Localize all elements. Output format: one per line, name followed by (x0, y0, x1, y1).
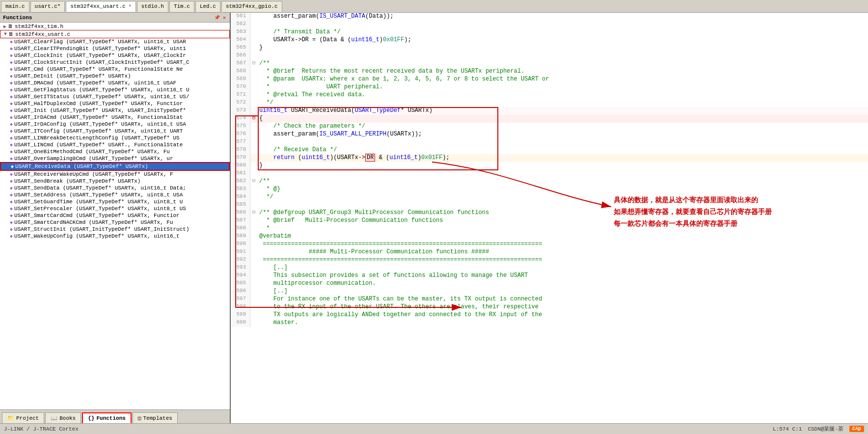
tab-templates[interactable]: ◫ Templates (133, 412, 178, 423)
list-item[interactable]: ◆USART_SmartCardCmd (USART_TypeDef* USAR… (0, 212, 230, 219)
diamond-icon: ◆ (10, 233, 13, 239)
pin-button[interactable]: 📌 (213, 15, 221, 21)
tree-item-tim-h[interactable]: ▶ 🗎 stm32f4xx_tim.h (0, 23, 230, 30)
line-content: * @} (257, 186, 280, 193)
line-content: /* Transmit Data */ (257, 28, 341, 36)
list-item[interactable]: ◆USART_StructInit (USART_InitTypeDef* US… (0, 226, 230, 233)
line-content: [..] (257, 264, 288, 272)
tab-gpio-c[interactable]: stm32f4xx_gpio.c (221, 1, 282, 12)
list-item[interactable]: ◆USART_SetGuardTime (USART_TypeDef* USAR… (0, 198, 230, 205)
tree-item-usart-c[interactable]: ▼ 🗎 stm32f4xx_usart.c (0, 30, 230, 38)
collapse-icon (250, 68, 257, 76)
line-content: * @retval The received data. (257, 91, 365, 99)
line-number: 564 (231, 36, 250, 44)
item-label: USART_DMACmd (USART_TypeDef* USARTx, uin… (14, 80, 176, 86)
list-item[interactable]: ◆USART_DMACmd (USART_TypeDef* USARTx, ui… (0, 80, 230, 86)
list-item[interactable]: ◆USART_OverSampling8Cmd (USART_TypeDef* … (0, 155, 230, 162)
list-item[interactable]: ◆USART_SmartCardNACKCmd (USART_TypeDef* … (0, 219, 230, 226)
item-label: USART_ClearFlag (USART_TypeDef* USARTx, … (14, 39, 186, 45)
tab-close-icon[interactable]: × (129, 3, 132, 9)
item-label: USART_LINCmd (USART_TypeDef* USART., Fun… (14, 142, 183, 148)
code-line-575: 575 /* Check the parameters */ (231, 123, 868, 131)
list-item[interactable]: ◆USART_DeInit (USART_TypeDef* USARTx) (0, 73, 230, 80)
list-item[interactable]: ◆USART_SendData (USART_TypeDef* USARTx, … (0, 185, 230, 191)
list-item-selected[interactable]: ◆ USART_ReceiveData (USART_TypeDef* USAR… (0, 162, 230, 171)
bottom-tabs: 📁 Project 📖 Books {} Functions ◫ Templat… (0, 409, 230, 423)
list-item[interactable]: ◆USART_ReceiverWakeUpCmd (USART_TypeDef*… (0, 171, 230, 178)
list-item[interactable]: ◆USART_Cmd (USART_TypeDef* USARTx, Funct… (0, 66, 230, 73)
diamond-icon: ◆ (10, 178, 13, 184)
list-item[interactable]: ◆USART_SetAddress (USART_TypeDef* USARTx… (0, 191, 230, 198)
list-item[interactable]: ◆USART_ClearFlag (USART_TypeDef* USARTx,… (0, 38, 230, 45)
tab-books[interactable]: 📖 Books (45, 412, 81, 423)
list-item[interactable]: ◆USART_IrDACmd (USART_TypeDef* USARTx, F… (0, 114, 230, 121)
books-icon: 📖 (51, 415, 57, 421)
toggle-icon: ▼ (2, 31, 8, 37)
list-item[interactable]: ◆USART_WakeUpConfig (USART_TypeDef* USAR… (0, 233, 230, 240)
code-line-589: 589 @verbatim (231, 233, 868, 241)
code-line-588: 588 * (231, 225, 868, 233)
line-content: assert_param(IS_USART_DATA(Data)); (257, 13, 394, 21)
item-label: USART_IrDAConfig (USART_TypeDef* USARTx,… (14, 121, 186, 127)
line-number: 573 (231, 107, 250, 115)
list-item[interactable]: ◆USART_ITConfig (USART_TypeDef* USARTx, … (0, 128, 230, 135)
item-label: USART_SendBreak (USART_TypeDef* USARTx) (14, 178, 140, 184)
collapse-icon (250, 52, 257, 60)
tab-usart-c[interactable]: usart.c* (30, 1, 65, 12)
list-item[interactable]: ◆USART_GetFlagStatus (USART_TypeDef* USA… (0, 86, 230, 93)
tab-led-c[interactable]: Led.c (195, 1, 220, 12)
list-item[interactable]: ◆USART_LINCmd (USART_TypeDef* USART., Fu… (0, 141, 230, 148)
item-label: USART_Cmd (USART_TypeDef* USARTx, Functi… (14, 66, 183, 72)
line-content: ##### Multi-Processor Communication func… (257, 248, 489, 256)
code-line-562: 562 (231, 21, 868, 28)
close-panel-button[interactable]: ✕ (222, 15, 227, 21)
line-content: ========================================… (257, 241, 542, 248)
tab-stm32f4xx-usart-c[interactable]: stm32f4xx_usart.c × (66, 1, 136, 12)
collapse-icon[interactable]: ⊟ (250, 115, 257, 123)
tab-label: usart.c* (35, 3, 61, 9)
tree-area[interactable]: ▶ 🗎 stm32f4xx_tim.h ▼ 🗎 stm32f4xx_usart.… (0, 23, 230, 409)
line-number: 561 (231, 13, 250, 21)
line-number: 598 (231, 303, 250, 311)
list-item[interactable]: ◆USART_SetPrescaler (USART_TypeDef* USAR… (0, 205, 230, 212)
line-number: 581 (231, 170, 250, 178)
list-item[interactable]: ◆USART_LINBreakDetectLengthConfig (USART… (0, 135, 230, 141)
file-icon: 🗎 (8, 23, 13, 29)
list-item[interactable]: ◆USART_Init (USART_TypeDef* USARTx, USAR… (0, 107, 230, 114)
item-label: USART_LINBreakDetectLengthConfig (USART_… (14, 135, 180, 141)
line-number: 576 (231, 131, 250, 138)
tab-tim-c[interactable]: Tim.c (169, 1, 194, 12)
tab-stdio-h[interactable]: stdio.h (137, 1, 168, 12)
annotation-text: 具体的数据，就是从这个寄存器里面读取出来的 如果想弄懂寄存器，就要查看自己芯片的… (614, 194, 772, 229)
line-content: /* Check the parameters */ (257, 123, 365, 131)
code-area[interactable]: 561 assert_param(IS_USART_DATA(Data)); 5… (231, 13, 868, 423)
line-content (257, 21, 259, 28)
list-item[interactable]: ◆USART_IrDAConfig (USART_TypeDef* USARTx… (0, 121, 230, 128)
line-number: 589 (231, 233, 250, 241)
list-item[interactable]: ◆USART_OneBitMethodCmd (USART_TypeDef* U… (0, 148, 230, 155)
list-item[interactable]: ◆USART_HalfDuplexCmd (USART_TypeDef* USA… (0, 100, 230, 107)
collapse-icon[interactable]: ⊟ (250, 60, 257, 68)
code-line-587: 587 * @brief Multi-Processor Communicati… (231, 217, 868, 225)
line-number: 574 (231, 115, 250, 123)
collapse-icon[interactable]: ⊟ (250, 178, 257, 186)
list-item[interactable]: ◆USART_GetITStatus (USART_TypeDef* USART… (0, 93, 230, 100)
line-number: 565 (231, 44, 250, 52)
list-item[interactable]: ◆USART_SendBreak (USART_TypeDef* USARTx) (0, 178, 230, 185)
line-content: * @brief Multi-Processor Communication f… (257, 217, 443, 225)
code-line-597: 597 For instance one of the USARTs can b… (231, 296, 868, 303)
tab-main-c[interactable]: main.c (1, 1, 29, 12)
list-item[interactable]: ◆USART_ClockInit (USART_TypeDef* USARTx,… (0, 52, 230, 59)
list-item[interactable]: ◆USART_ClearITPendingBit (USART_TypeDef*… (0, 45, 230, 52)
diamond-icon: ◆ (10, 149, 13, 155)
tab-functions[interactable]: {} Functions (82, 412, 132, 423)
tab-label: stm32f4xx_gpio.c (226, 3, 278, 9)
line-content (257, 170, 259, 178)
line-content: { (257, 115, 263, 123)
list-item[interactable]: ◆USART_ClockStructInit (USART_ClockInitT… (0, 59, 230, 66)
line-content: TX outputs are logically ANDed together … (257, 311, 542, 319)
line-content: master. (257, 319, 298, 327)
line-content: } (257, 44, 263, 52)
tab-project[interactable]: 📁 Project (2, 412, 44, 423)
collapse-icon[interactable]: ⊟ (250, 209, 257, 217)
